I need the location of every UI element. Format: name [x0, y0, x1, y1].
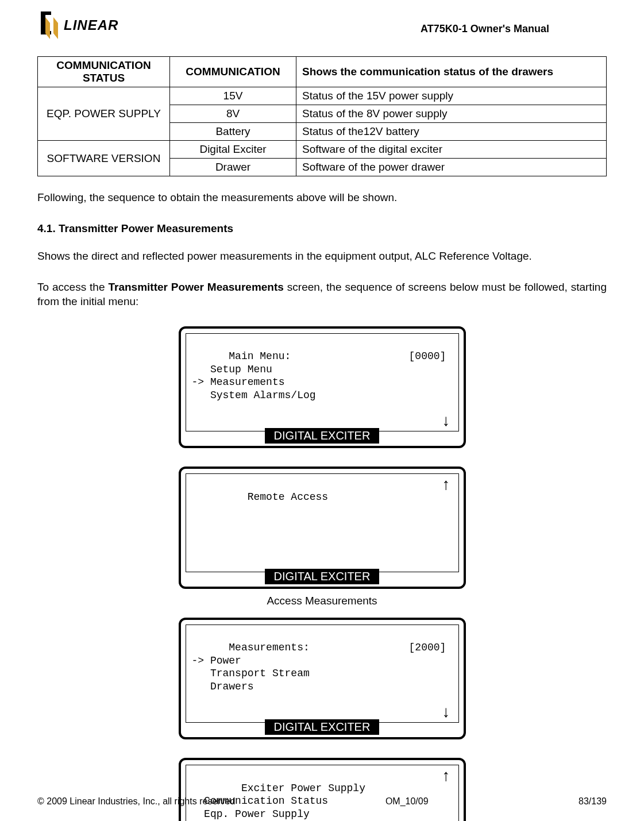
cell-8v: 8V [170, 105, 296, 123]
cell-dig-exc-desc: Software of the digital exciter [296, 141, 607, 159]
lcd-content-4: Exciter Power Supply Communication Statu… [186, 765, 459, 821]
cell-8v-desc: Status of the 8V power supply [296, 105, 607, 123]
p3a: To access the [37, 281, 108, 293]
para-desc: Shows the direct and reflected power mea… [37, 249, 607, 264]
para-intro: Following, the sequence to obtain the me… [37, 191, 607, 205]
caption-mid: Access Measurements [267, 595, 377, 607]
lcd-text-1: Main Menu: [0000] Setup Menu -> Measurem… [192, 350, 446, 401]
lcd-content-3: Measurements: [2000] -> Power Transport … [186, 625, 459, 723]
lcd-screen-4: Exciter Power Supply Communication Statu… [179, 758, 466, 821]
doc-title: AT75K0-1 Owner's Manual [421, 23, 549, 35]
arrow-up-icon: ↑ [442, 476, 450, 492]
cell-15v-desc: Status of the 15V power supply [296, 87, 607, 105]
cell-15v: 15V [170, 87, 296, 105]
arrow-down-icon: ↓ [442, 413, 450, 429]
cell-sw: SOFTWARE VERSION [38, 141, 170, 176]
cell-eqp: EQP. POWER SUPPLY [38, 87, 170, 141]
cell-battery-desc: Status of the12V battery [296, 123, 607, 141]
cell-dig-exc: Digital Exciter [170, 141, 296, 159]
p3b: Transmitter Power Measurements [108, 281, 283, 293]
logo: LINEAR [37, 11, 118, 39]
lcd-text-2: Remote Access [229, 491, 328, 503]
cell-battery: Battery [170, 123, 296, 141]
lcd-screen-1: Main Menu: [0000] Setup Menu -> Measurem… [179, 326, 466, 449]
logo-text: LINEAR [64, 17, 118, 33]
cell-comm-desc: Shows the communication status of the dr… [296, 57, 607, 87]
cell-drawer: Drawer [170, 159, 296, 176]
lcd-content-2: Remote Access ↑ [186, 473, 459, 572]
footer-docid: OM_10/09 [385, 796, 429, 807]
lcd-screen-3: Measurements: [2000] -> Power Transport … [179, 618, 466, 740]
footer-page: 83/139 [579, 796, 607, 807]
status-table: COMMUNICATION STATUS COMMUNICATION Shows… [37, 56, 607, 176]
cell-drawer-desc: Software of the power drawer [296, 159, 607, 176]
lcd-screen-2: Remote Access ↑ DIGITAL EXCITER [179, 467, 466, 589]
svg-marker-2 [45, 17, 50, 39]
logo-mark-icon [37, 11, 59, 39]
footer-copyright: © 2009 Linear Industries, Inc., all righ… [37, 796, 235, 807]
arrow-down-icon: ↓ [442, 704, 450, 720]
cell-communication: COMMUNICATION [170, 57, 296, 87]
page-footer: © 2009 Linear Industries, Inc., all righ… [37, 796, 607, 807]
lcd-content-1: Main Menu: [0000] Setup Menu -> Measurem… [186, 333, 459, 432]
svg-marker-1 [53, 17, 58, 39]
arrow-up-icon: ↑ [442, 768, 450, 784]
screen-sequence: Main Menu: [0000] Setup Menu -> Measurem… [37, 326, 607, 821]
cell-comm-status: COMMUNICATION STATUS [38, 57, 170, 87]
section-heading: 4.1. Transmitter Power Measurements [37, 222, 607, 235]
page-header: LINEAR AT75K0-1 Owner's Manual [37, 11, 607, 39]
para-access: To access the Transmitter Power Measurem… [37, 280, 607, 309]
lcd-text-3: Measurements: [2000] -> Power Transport … [192, 642, 446, 692]
